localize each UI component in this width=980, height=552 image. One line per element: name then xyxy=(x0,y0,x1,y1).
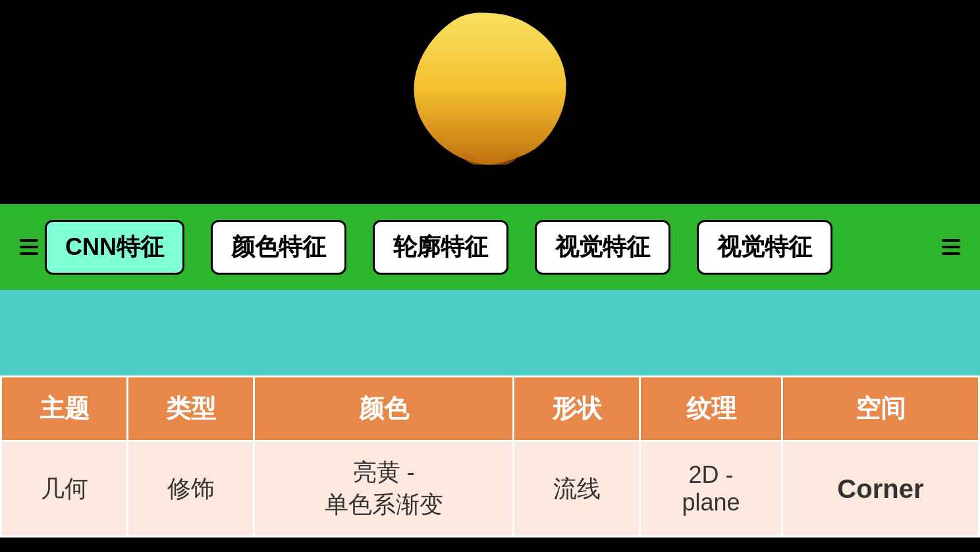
cell-texture: 2D - plane xyxy=(640,441,782,537)
cell-shape: 流线 xyxy=(514,441,640,537)
cell-subject: 几何 xyxy=(1,441,128,537)
col-header-type: 类型 xyxy=(128,377,254,441)
tag-cnn[interactable]: CNN特征 xyxy=(45,220,184,275)
cell-space: Corner xyxy=(782,441,979,537)
teal-section xyxy=(0,290,980,375)
tag-visual2[interactable]: 视觉特征 xyxy=(697,220,832,275)
menu-lines-left xyxy=(20,239,38,255)
feature-tags-container: CNN特征 颜色特征 轮廓特征 视觉特征 视觉特征 xyxy=(45,220,832,275)
col-header-space: 空间 xyxy=(782,377,979,441)
tag-contour[interactable]: 轮廓特征 xyxy=(373,220,508,275)
tag-visual1[interactable]: 视觉特征 xyxy=(535,220,670,275)
tag-color[interactable]: 颜色特征 xyxy=(211,220,346,275)
golden-shape xyxy=(404,7,576,165)
top-section xyxy=(0,0,980,204)
col-header-shape: 形状 xyxy=(514,377,640,441)
col-header-subject: 主题 xyxy=(1,377,128,441)
table-row: 几何 修饰 亮黄 - 单色系渐变 流线 2D - plane Corner xyxy=(1,441,979,537)
bottom-section: 主题 类型 颜色 形状 纹理 空间 几何 修饰 亮黄 - 单色系渐变 流线 2D… xyxy=(0,375,980,538)
col-header-color: 颜色 xyxy=(254,377,514,441)
green-bar-section: CNN特征 颜色特征 轮廓特征 视觉特征 视觉特征 xyxy=(0,204,980,290)
col-header-texture: 纹理 xyxy=(640,377,782,441)
cell-type: 修饰 xyxy=(128,441,254,537)
menu-lines-right xyxy=(942,239,960,255)
attributes-table: 主题 类型 颜色 形状 纹理 空间 几何 修饰 亮黄 - 单色系渐变 流线 2D… xyxy=(0,375,980,538)
cell-color: 亮黄 - 单色系渐变 xyxy=(254,441,514,537)
